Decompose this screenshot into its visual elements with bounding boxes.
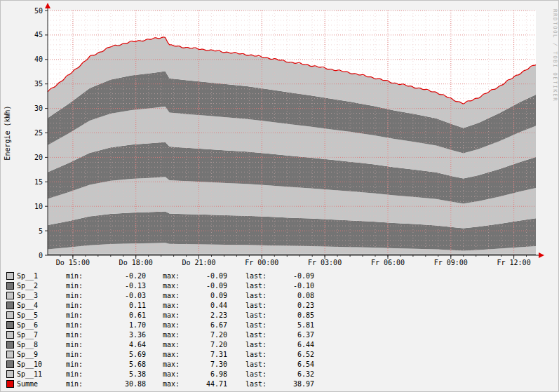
x-tick-label: Fr 00:00 <box>245 259 278 266</box>
rrdtool-graph: 05101520253035404550Do 15:00Do 18:00Do 2… <box>0 0 559 392</box>
min-label: min: <box>66 321 91 329</box>
max-label: max: <box>163 321 188 329</box>
max-label: max: <box>163 331 188 339</box>
max-label: max: <box>163 282 188 290</box>
svg-text:30: 30 <box>34 104 43 112</box>
x-axis-arrow-icon <box>539 252 544 258</box>
svg-text:10: 10 <box>34 203 43 210</box>
svg-text:15: 15 <box>34 178 43 186</box>
last-label: last: <box>245 282 274 290</box>
last-label: last: <box>245 331 274 339</box>
series-name: Sp__6 <box>17 321 66 329</box>
max-label: max: <box>163 351 188 358</box>
chart-legend: Sp__1min:-0.20max:-0.09last:-0.09Sp__2mi… <box>1 267 558 388</box>
min-value: 5.38 <box>91 370 146 378</box>
last-label: last: <box>245 302 274 309</box>
max-value: 7.20 <box>188 331 227 339</box>
legend-row-Sp__4: Sp__4min:0.11max:0.44last:0.23 <box>1 300 558 310</box>
last-value: 0.23 <box>274 302 314 309</box>
last-label: last: <box>245 311 274 319</box>
min-label: min: <box>66 380 91 388</box>
last-label: last: <box>245 272 274 280</box>
legend-row-Sp__10: Sp__10min:5.68max:7.30last:6.54 <box>1 359 558 369</box>
legend-row-Sp__1: Sp__1min:-0.20max:-0.09last:-0.09 <box>1 271 558 281</box>
max-value: 44.71 <box>188 380 227 388</box>
legend-swatch <box>6 292 14 299</box>
legend-swatch <box>6 370 14 378</box>
last-value: 6.32 <box>274 370 314 378</box>
last-label: last: <box>245 292 274 299</box>
min-value: 5.68 <box>91 360 146 368</box>
y-axis-arrow-icon <box>45 3 50 8</box>
max-label: max: <box>163 292 188 299</box>
legend-swatch <box>6 321 14 329</box>
x-tick-label: Fr 12:00 <box>497 259 531 266</box>
legend-swatch <box>6 311 14 319</box>
max-label: max: <box>163 380 188 388</box>
svg-text:25: 25 <box>34 129 43 137</box>
svg-text:20: 20 <box>34 154 43 161</box>
max-label: max: <box>163 370 188 378</box>
x-tick-label: Do 18:00 <box>119 259 153 266</box>
x-tick-label: Do 15:00 <box>56 259 90 266</box>
last-value: 0.08 <box>274 292 314 299</box>
last-value: 6.44 <box>274 341 314 349</box>
min-value: 30.88 <box>91 380 146 388</box>
legend-swatch <box>6 360 14 368</box>
max-value: -0.09 <box>188 272 227 280</box>
rrdtool-watermark: RRDTOOL / TOBI OETIKER <box>552 9 558 102</box>
max-label: max: <box>163 302 188 309</box>
min-value: -0.13 <box>91 282 146 290</box>
max-label: max: <box>163 272 188 280</box>
min-value: 0.11 <box>91 302 146 309</box>
min-label: min: <box>66 360 91 368</box>
last-label: last: <box>245 341 274 349</box>
x-tick-label: Fr 03:00 <box>308 259 342 266</box>
legend-row-Sp__6: Sp__6min:1.70max:6.67last:5.81 <box>1 320 558 330</box>
last-value: 38.97 <box>274 380 314 388</box>
series-name: Sp__3 <box>17 292 66 299</box>
last-value: 6.52 <box>274 351 314 358</box>
x-tick-label: Do 21:00 <box>182 259 215 266</box>
legend-row-Sp__8: Sp__8min:4.64max:7.20last:6.44 <box>1 339 558 349</box>
min-value: -0.03 <box>91 292 146 299</box>
last-label: last: <box>245 370 274 378</box>
min-label: min: <box>66 351 91 358</box>
max-value: 7.31 <box>188 351 227 358</box>
series-name: Sp__5 <box>17 311 66 319</box>
legend-row-Sp__5: Sp__5min:0.61max:2.23last:0.85 <box>1 310 558 320</box>
legend-row-Sp__2: Sp__2min:-0.13max:-0.09last:-0.10 <box>1 281 558 290</box>
legend-row-Sp__9: Sp__9min:5.69max:7.31last:6.52 <box>1 349 558 359</box>
svg-text:40: 40 <box>34 55 43 63</box>
last-value: 6.54 <box>274 360 314 368</box>
legend-swatch <box>6 331 14 339</box>
max-value: 7.30 <box>188 360 227 368</box>
svg-text:45: 45 <box>34 31 43 39</box>
max-value: 2.23 <box>188 311 227 319</box>
last-label: last: <box>245 351 274 358</box>
min-value: 0.61 <box>91 311 146 319</box>
x-tick-label: Fr 09:00 <box>434 259 468 266</box>
last-label: last: <box>245 380 274 388</box>
legend-row-Sp__11: Sp__11min:5.38max:6.98last:6.32 <box>1 369 558 379</box>
series-name: Sp__4 <box>17 302 66 309</box>
series-name: Sp__2 <box>17 282 66 290</box>
last-label: last: <box>245 360 274 368</box>
min-label: min: <box>66 341 91 349</box>
svg-text:0: 0 <box>39 252 43 259</box>
max-value: 6.98 <box>188 370 227 378</box>
last-value: 0.85 <box>274 311 314 319</box>
max-value: 7.20 <box>188 341 227 349</box>
max-value: -0.09 <box>188 282 227 290</box>
max-value: 0.09 <box>188 292 227 299</box>
min-value: 1.70 <box>91 321 146 329</box>
max-label: max: <box>163 360 188 368</box>
min-label: min: <box>66 331 91 339</box>
series-name: Sp__11 <box>17 370 66 378</box>
series-name: Sp__1 <box>17 272 66 280</box>
series-name: Sp__8 <box>17 341 66 349</box>
legend-row-Summe: Summemin:30.88max:44.71last:38.97 <box>1 379 558 388</box>
legend-swatch <box>6 272 14 280</box>
series-name: Sp__7 <box>17 331 66 339</box>
min-label: min: <box>66 302 91 309</box>
